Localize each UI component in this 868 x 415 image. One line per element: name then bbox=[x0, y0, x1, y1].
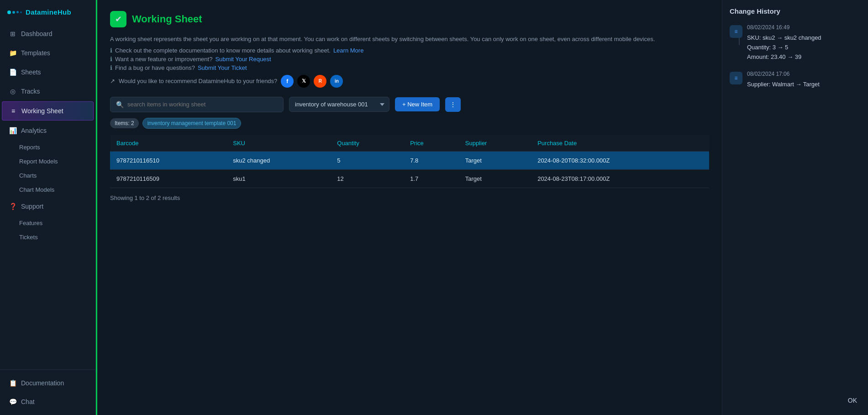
results-text: Showing 1 to 2 of 2 results bbox=[110, 194, 709, 201]
share-icon: ↗ bbox=[110, 78, 115, 84]
logo-dot-4 bbox=[20, 11, 22, 13]
info-icon-2: ℹ bbox=[110, 56, 112, 63]
info-text-bug: Find a bug or have questions? bbox=[115, 64, 195, 71]
linkedin-icon[interactable]: in bbox=[330, 75, 343, 88]
logo-dot-3 bbox=[16, 11, 19, 13]
toolbar: 🔍 inventory of warehouse 001 inventory o… bbox=[110, 97, 709, 112]
logo: DatamineHub bbox=[0, 0, 95, 24]
table-body: 9787210116510 sku2 changed 5 7.8 Target … bbox=[110, 151, 709, 188]
history-time-1: 08/02/2024 16:49 bbox=[747, 24, 861, 31]
sidebar-item-reports[interactable]: Reports bbox=[0, 140, 95, 154]
sidebar-item-documentation[interactable]: 📋 Documentation bbox=[2, 374, 94, 392]
cell-sku: sku2 changed bbox=[226, 151, 331, 169]
info-text-docs: Check out the complete documentation to … bbox=[115, 47, 331, 54]
page-icon: ✔ bbox=[110, 11, 126, 27]
sidebar-item-sheets[interactable]: 📄 Sheets bbox=[2, 63, 94, 81]
template-tag: inventory management template 001 bbox=[142, 118, 242, 129]
twitter-x-icon[interactable]: 𝕏 bbox=[297, 75, 310, 88]
sheet-selector[interactable]: inventory of warehouse 001 inventory of … bbox=[289, 97, 389, 112]
sidebar-item-working-sheet[interactable]: ≡ Working Sheet bbox=[2, 101, 94, 121]
filter-tags: Items: 2 inventory management template 0… bbox=[110, 118, 709, 129]
submit-ticket-link[interactable]: Submit Your Ticket bbox=[198, 64, 247, 71]
col-sku: SKU bbox=[226, 135, 331, 152]
history-change-2: Supplier: Walmart → Target bbox=[747, 80, 861, 89]
sidebar-item-label: Sheets bbox=[21, 68, 41, 76]
sidebar-item-tracks[interactable]: ◎ Tracks bbox=[2, 82, 94, 100]
history-body-2: 08/02/2024 17:06 Supplier: Walmart → Tar… bbox=[747, 71, 861, 89]
documentation-icon: 📋 bbox=[9, 379, 16, 387]
sidebar-item-label: Tracks bbox=[21, 88, 40, 95]
reddit-icon[interactable]: R bbox=[314, 75, 326, 88]
history-time-2: 08/02/2024 17:06 bbox=[747, 71, 861, 77]
sidebar-item-charts[interactable]: Charts bbox=[0, 168, 95, 183]
facebook-icon[interactable]: f bbox=[281, 75, 294, 88]
social-text: Would you like to recommend DatamineHub … bbox=[119, 78, 277, 84]
new-item-button[interactable]: + New Item bbox=[395, 97, 440, 111]
table-row[interactable]: 9787210116510 sku2 changed 5 7.8 Target … bbox=[110, 151, 709, 169]
sidebar-item-label: Analytics bbox=[21, 127, 47, 134]
sidebar: DatamineHub ⊞ Dashboard 📁 Templates 📄 Sh… bbox=[0, 0, 96, 415]
items-count-tag: Items: 2 bbox=[110, 118, 139, 128]
col-quantity: Quantity bbox=[331, 135, 404, 152]
page-description: A working sheet represents the sheet you… bbox=[110, 35, 709, 44]
learn-more-link[interactable]: Learn More bbox=[333, 47, 363, 54]
info-row-docs: ℹ Check out the complete documentation t… bbox=[110, 47, 709, 54]
info-row-bug: ℹ Find a bug or have questions? Submit Y… bbox=[110, 64, 709, 71]
cell-barcode: 9787210116510 bbox=[110, 151, 226, 169]
page-title: Working Sheet bbox=[132, 13, 202, 25]
sidebar-item-label: Templates bbox=[21, 49, 50, 57]
sheets-icon: 📄 bbox=[9, 68, 16, 76]
history-title: Change History bbox=[730, 7, 861, 15]
submit-request-link[interactable]: Submit Your Request bbox=[215, 56, 271, 63]
info-row-feature: ℹ Want a new feature or improvement? Sub… bbox=[110, 56, 709, 63]
more-options-button[interactable]: ⋮ bbox=[445, 97, 461, 112]
history-panel: Change History ≡ 08/02/2024 16:49 SKU: s… bbox=[722, 0, 868, 415]
search-input[interactable] bbox=[127, 101, 278, 108]
sidebar-item-chart-models[interactable]: Chart Models bbox=[0, 183, 95, 197]
col-supplier: Supplier bbox=[459, 135, 531, 152]
col-purchase-date: Purchase Date bbox=[531, 135, 709, 152]
sidebar-item-dashboard[interactable]: ⊞ Dashboard bbox=[2, 25, 94, 43]
analytics-icon: 📊 bbox=[9, 127, 16, 134]
sidebar-item-report-models[interactable]: Report Models bbox=[0, 154, 95, 168]
support-icon: ❓ bbox=[9, 203, 16, 210]
history-entry-2: ≡ 08/02/2024 17:06 Supplier: Walmart → T… bbox=[730, 71, 861, 89]
logo-text: DatamineHub bbox=[26, 8, 71, 16]
ok-button[interactable]: OK bbox=[844, 395, 861, 406]
sidebar-item-label: Chat bbox=[21, 398, 35, 405]
page-content: ✔ Working Sheet A working sheet represen… bbox=[96, 0, 722, 415]
cell-quantity: 12 bbox=[331, 169, 404, 188]
cell-purchase-date: 2024-08-23T08:17:00.000Z bbox=[531, 169, 709, 188]
main-area: ✔ Working Sheet A working sheet represen… bbox=[96, 0, 868, 415]
page-header: ✔ Working Sheet bbox=[110, 11, 709, 27]
info-icon-1: ℹ bbox=[110, 47, 112, 54]
sidebar-item-tickets[interactable]: Tickets bbox=[0, 230, 95, 244]
sidebar-item-templates[interactable]: 📁 Templates bbox=[2, 44, 94, 62]
dashboard-icon: ⊞ bbox=[9, 30, 16, 37]
content-area: ✔ Working Sheet A working sheet represen… bbox=[96, 0, 868, 415]
data-table: Barcode SKU Quantity Price Supplier Purc… bbox=[110, 135, 709, 188]
sidebar-item-chat[interactable]: 💬 Chat bbox=[2, 393, 94, 411]
history-change-1: SKU: sku2 → sku2 changed Quantity: 3 → 5… bbox=[747, 33, 861, 62]
sidebar-item-label: Support bbox=[21, 203, 43, 210]
cell-sku: sku1 bbox=[226, 169, 331, 188]
sidebar-item-features[interactable]: Features bbox=[0, 216, 95, 230]
history-icon-2: ≡ bbox=[730, 72, 742, 84]
cell-quantity: 5 bbox=[331, 151, 404, 169]
social-row: ↗ Would you like to recommend DatamineHu… bbox=[110, 75, 709, 88]
cell-supplier: Target bbox=[459, 169, 531, 188]
templates-icon: 📁 bbox=[9, 49, 16, 57]
history-body-1: 08/02/2024 16:49 SKU: sku2 → sku2 change… bbox=[747, 24, 861, 62]
sidebar-item-label: Working Sheet bbox=[21, 107, 63, 115]
sidebar-item-support[interactable]: ❓ Support bbox=[2, 197, 94, 215]
sidebar-item-analytics[interactable]: 📊 Analytics bbox=[2, 121, 94, 140]
sidebar-bottom: 📋 Documentation 💬 Chat bbox=[0, 369, 95, 415]
table-row[interactable]: 9787210116509 sku1 12 1.7 Target 2024-08… bbox=[110, 169, 709, 188]
cell-purchase-date: 2024-08-20T08:32:00.000Z bbox=[531, 151, 709, 169]
table-header: Barcode SKU Quantity Price Supplier Purc… bbox=[110, 135, 709, 152]
col-barcode: Barcode bbox=[110, 135, 226, 152]
search-box: 🔍 bbox=[110, 97, 284, 112]
info-icon-3: ℹ bbox=[110, 64, 112, 71]
history-icon-1: ≡ bbox=[730, 25, 742, 38]
col-price: Price bbox=[404, 135, 459, 152]
